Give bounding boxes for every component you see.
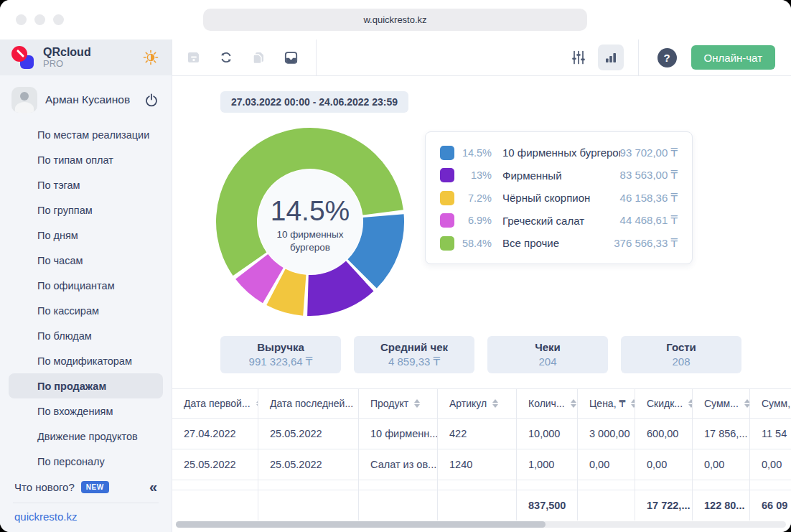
column-header[interactable]: Артикул <box>438 389 517 418</box>
legend-row[interactable]: 7.2%Чёрный скорпион46 158,36 ₸ <box>440 190 678 206</box>
help-button[interactable]: ? <box>657 48 677 67</box>
user-row[interactable]: Арман Кусаинов <box>0 75 172 116</box>
donut-center-label: бургеров <box>290 242 330 253</box>
address-bar[interactable]: w.quickresto.kz <box>203 9 587 31</box>
sidebar: QRcloud PRO <box>0 39 172 532</box>
legend-label: Все прочие <box>502 237 614 249</box>
legend-percent: 58.4% <box>454 238 492 249</box>
question-icon: ? <box>664 52 670 64</box>
column-header-label: Сумм... <box>704 398 739 409</box>
legend-row[interactable]: 6.9%Греческий салат44 468,61 ₸ <box>440 213 678 229</box>
table-cell: 10 фирменн... <box>359 419 438 449</box>
date-range-chip[interactable]: 27.03.2022 00:00 - 24.06.2022 23:59 <box>220 91 408 113</box>
table-cell: Салат из ов... <box>359 449 438 480</box>
logout-power-icon[interactable] <box>144 93 159 107</box>
card-value: 991 323,64 ₸ <box>220 355 341 368</box>
table-cell <box>172 490 258 521</box>
site-link[interactable]: quickresto.kz <box>14 510 78 523</box>
bar-chart-icon <box>604 50 618 65</box>
sidebar-item[interactable]: По персоналу <box>9 449 163 474</box>
sidebar-item[interactable]: По блюдам <box>9 323 163 348</box>
whats-new-row[interactable]: Что нового? NEW « <box>14 480 157 494</box>
column-header[interactable]: Дата первой... <box>172 389 258 418</box>
table-row[interactable]: 25.05.202225.05.2022Салат из ов...12401,… <box>172 449 791 480</box>
table-cell <box>438 480 517 490</box>
table-cell <box>172 480 258 490</box>
refresh-icon[interactable] <box>219 50 233 65</box>
url-text: w.quickresto.kz <box>363 14 426 25</box>
table-cell: 0,00 <box>578 449 635 480</box>
sidebar-item[interactable]: По столам <box>9 474 163 480</box>
summary-card: Чеки204 <box>487 336 608 373</box>
sidebar-item[interactable]: Движение продуктов <box>9 424 163 449</box>
column-header-label: Сумм, <box>762 398 790 409</box>
save-icon[interactable] <box>187 50 201 65</box>
sidebar-item[interactable]: По часам <box>9 248 163 273</box>
collapse-sidebar-icon[interactable]: « <box>149 480 157 494</box>
browser-chrome: w.quickresto.kz <box>0 0 791 39</box>
donut-center-value: 14.5% <box>271 195 350 226</box>
brand-name: QRcloud <box>43 46 91 59</box>
horizontal-scrollbar[interactable] <box>176 521 786 528</box>
theme-sun-icon[interactable] <box>143 50 159 65</box>
column-header[interactable]: Цена, ₸ <box>578 389 635 418</box>
legend-swatch-icon <box>440 213 454 228</box>
sidebar-item[interactable]: По местам реализации <box>9 122 163 147</box>
toolbar-divider <box>316 39 317 75</box>
column-header[interactable]: Колич... <box>517 389 578 418</box>
column-header[interactable]: Дата последней... <box>258 389 359 418</box>
sidebar-item[interactable]: По продажам <box>9 373 163 398</box>
table-row[interactable]: 27.04.202225.05.202210 фирменн...42210,0… <box>172 419 791 449</box>
scrollbar-thumb[interactable] <box>176 521 546 528</box>
sidebar-item[interactable]: По кассирам <box>9 298 163 323</box>
column-header-label: Дата последней... <box>270 398 353 409</box>
online-chat-button[interactable]: Онлайн-чат <box>691 45 775 70</box>
sidebar-item[interactable]: По группам <box>9 197 163 223</box>
sliders-icon[interactable] <box>571 50 586 65</box>
sidebar-item[interactable]: По официантам <box>9 273 163 298</box>
legend-amount: 83 563,00 ₸ <box>620 169 678 182</box>
column-header[interactable]: Продукт <box>359 389 438 418</box>
donut-chart: 14.5%10 фирменныхбургеров <box>213 125 407 319</box>
card-value: 4 859,33 ₸ <box>354 355 474 368</box>
brand-tier: PRO <box>43 59 91 69</box>
sidebar-item[interactable]: По вхождениям <box>9 398 163 424</box>
sidebar-item[interactable]: По дням <box>9 223 163 248</box>
card-title: Гости <box>621 341 741 353</box>
window-minimize-button[interactable] <box>34 14 45 25</box>
new-badge: NEW <box>81 481 109 493</box>
table-cell <box>517 480 578 490</box>
column-header[interactable]: Сумм... <box>693 389 750 418</box>
window-maximize-button[interactable] <box>53 14 64 25</box>
column-header[interactable]: Скидк... <box>635 389 693 418</box>
table-cell <box>258 490 359 521</box>
legend-percent: 14.5% <box>454 147 492 159</box>
table-total-row: 837,50017 722,...122 80...66 09 <box>172 490 791 521</box>
legend-row[interactable]: 58.4%Все прочие376 566,33 ₸ <box>440 235 678 251</box>
copy-icon[interactable] <box>251 50 266 65</box>
card-title: Чеки <box>487 341 608 353</box>
sidebar-item[interactable]: По тэгам <box>9 172 163 197</box>
summary-card: Гости208 <box>621 336 741 373</box>
sales-table: Дата первой...Дата последней...ПродуктАр… <box>172 388 791 521</box>
legend-label: Греческий салат <box>502 215 620 227</box>
table-cell <box>438 490 517 521</box>
column-header[interactable]: Сумм, <box>750 389 791 418</box>
table-cell <box>359 490 438 521</box>
legend-row[interactable]: 14.5%10 фирменных бургеров93 702,00 ₸ <box>440 144 678 161</box>
legend-swatch-icon <box>440 146 454 160</box>
sidebar-item[interactable]: По модификаторам <box>9 348 163 373</box>
sort-arrows-icon <box>744 399 750 408</box>
sidebar-footer: Что нового? NEW « quickresto.kz <box>0 480 172 532</box>
table-cell <box>693 480 750 490</box>
tray-icon[interactable] <box>284 50 299 65</box>
sidebar-item[interactable]: По типам оплат <box>9 147 163 172</box>
table-cell <box>359 480 438 490</box>
legend-row[interactable]: 13%Фирменный83 563,00 ₸ <box>440 167 678 184</box>
legend-percent: 7.2% <box>454 192 492 204</box>
window-close-button[interactable] <box>16 14 27 25</box>
legend-percent: 13% <box>454 169 492 181</box>
card-value: 208 <box>621 355 741 368</box>
bar-chart-view-button[interactable] <box>598 45 624 70</box>
brand-header: QRcloud PRO <box>0 39 172 75</box>
